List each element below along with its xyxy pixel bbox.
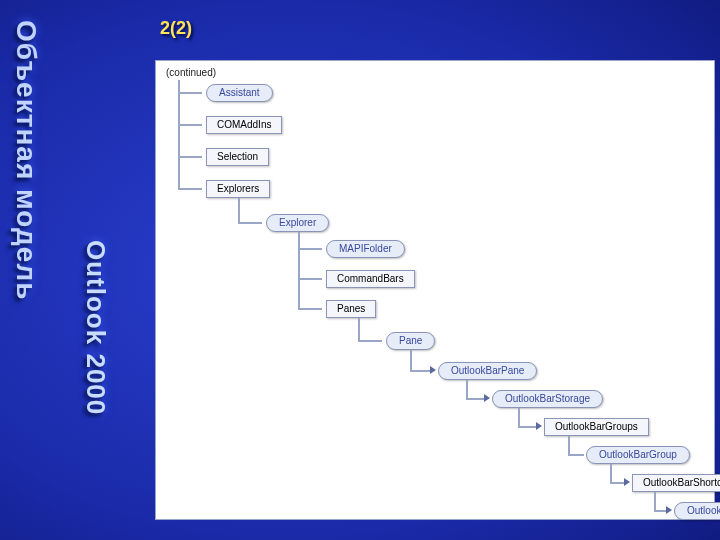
node-label: Explorer <box>266 214 329 232</box>
tree-node: OutlookBarGroup <box>586 444 690 466</box>
tree-node: OutlookBarPane <box>438 360 537 382</box>
page-number: 2(2) <box>160 18 192 39</box>
node-label: OutlookBarPane <box>438 362 537 380</box>
tree-node: Explorer <box>266 212 329 234</box>
node-label: Panes <box>326 300 376 318</box>
node-label: Assistant <box>206 84 273 102</box>
tree-node: OutlookBarStorage <box>492 388 603 410</box>
tree-node: OutlookBarGroups <box>544 416 649 438</box>
node-label: Explorers <box>206 180 270 198</box>
node-label: MAPIFolder <box>326 240 405 258</box>
node-label: OutlookBarShortcut <box>674 502 720 520</box>
tree-node: CommandBars <box>326 268 415 290</box>
node-label: Pane <box>386 332 435 350</box>
node-label: Selection <box>206 148 269 166</box>
tree-node: Pane <box>386 330 435 352</box>
title-primary: Объектная модель <box>10 20 42 300</box>
tree-node: Panes <box>326 298 376 320</box>
tree-node: OutlookBarShortcut <box>674 500 720 522</box>
tree-node: Assistant <box>206 82 273 104</box>
node-label: OutlookBarGroup <box>586 446 690 464</box>
tree-node: MAPIFolder <box>326 238 405 260</box>
continued-label: (continued) <box>166 67 708 78</box>
diagram-panel: (continued) Assistant COMAddIns Selectio… <box>155 60 715 520</box>
tree-node: COMAddIns <box>206 114 282 136</box>
title-secondary: Outlook 2000 <box>80 240 111 415</box>
node-label: OutlookBarGroups <box>544 418 649 436</box>
tree-node: OutlookBarShortcuts <box>632 472 720 494</box>
node-label: COMAddIns <box>206 116 282 134</box>
tree-node: Selection <box>206 146 269 168</box>
node-label: CommandBars <box>326 270 415 288</box>
tree-node: Explorers <box>206 178 270 200</box>
node-label: OutlookBarStorage <box>492 390 603 408</box>
node-label: OutlookBarShortcuts <box>632 474 720 492</box>
